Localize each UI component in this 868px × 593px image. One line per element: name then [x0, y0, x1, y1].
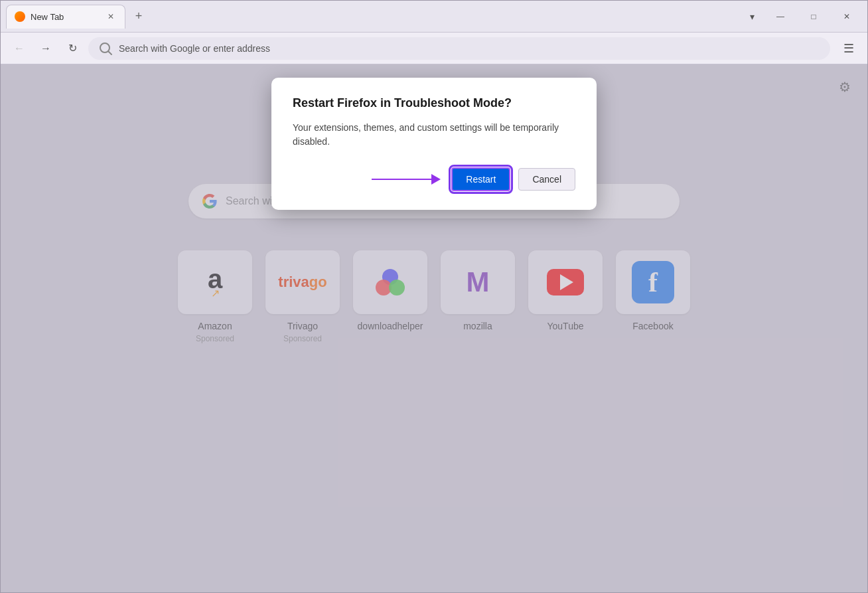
tab-overflow-button[interactable]: ▾ — [741, 6, 762, 27]
tab-area: New Tab ✕ + — [6, 5, 741, 29]
cancel-button[interactable]: Cancel — [518, 168, 575, 191]
tab-favicon — [15, 11, 25, 22]
arrow-line — [372, 179, 431, 180]
forward-button[interactable]: → — [35, 38, 56, 59]
dialog-body: Your extensions, themes, and custom sett… — [293, 121, 575, 149]
back-button[interactable]: ← — [9, 38, 30, 59]
restart-button[interactable]: Restart — [451, 167, 510, 191]
maximize-button[interactable]: □ — [798, 6, 829, 27]
minimize-button[interactable]: — — [765, 6, 796, 27]
modal-overlay: Restart Firefox in Troubleshoot Mode? Yo… — [1, 64, 867, 592]
tab-title: New Tab — [31, 12, 100, 22]
svg-line-1 — [109, 51, 112, 54]
window-controls: — □ ✕ — [765, 6, 862, 27]
dialog-title: Restart Firefox in Troubleshoot Mode? — [293, 96, 575, 110]
menu-button[interactable]: ☰ — [838, 38, 859, 59]
arrow-head-icon — [431, 174, 441, 185]
browser-window: New Tab ✕ + ▾ — □ ✕ ← → ↻ — [0, 0, 868, 593]
address-text: Search with Google or enter address — [119, 43, 821, 54]
active-tab[interactable]: New Tab ✕ — [6, 5, 125, 29]
search-icon — [98, 41, 113, 56]
address-bar[interactable]: Search with Google or enter address — [88, 37, 830, 60]
dialog-buttons: Restart Cancel — [293, 167, 575, 191]
reload-button[interactable]: ↻ — [62, 38, 83, 59]
navigation-bar: ← → ↻ Search with Google or enter addres… — [1, 33, 867, 64]
page-content: ⚙ — [1, 64, 867, 592]
title-bar: New Tab ✕ + ▾ — □ ✕ — [1, 1, 867, 33]
close-window-button[interactable]: ✕ — [832, 6, 862, 27]
tab-close-button[interactable]: ✕ — [105, 11, 117, 23]
arrow-annotation — [372, 174, 441, 185]
troubleshoot-dialog: Restart Firefox in Troubleshoot Mode? Yo… — [271, 78, 597, 210]
new-tab-button[interactable]: + — [128, 6, 149, 27]
